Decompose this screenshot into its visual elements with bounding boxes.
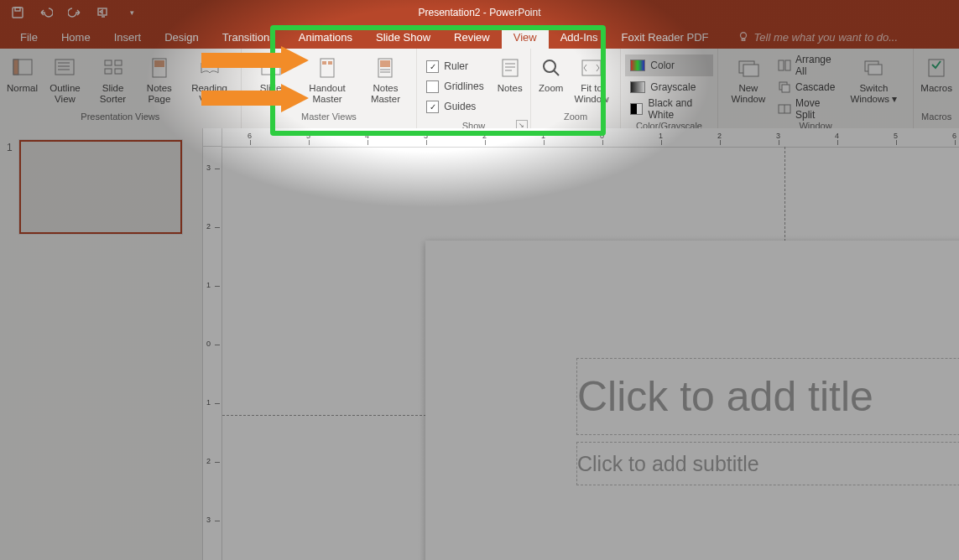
group-master-views: Slide Master Handout Master Notes Master… (242, 49, 418, 128)
group-color-grayscale: Color Grayscale Black and White Color/Gr… (621, 49, 717, 128)
group-label-presentation-views: Presentation Views (0, 111, 241, 128)
handout-master-icon (314, 54, 341, 81)
reading-view-icon (196, 54, 223, 81)
vertical-ruler[interactable]: 3210123 (203, 147, 222, 560)
grayscale-swatch-icon (630, 81, 645, 93)
notes-button[interactable]: Notes (494, 53, 526, 108)
new-window-icon (735, 54, 762, 81)
slide-master-icon (258, 54, 284, 81)
group-show: ✓ Ruler Gridlines ✓ Guides Notes Show ↘ (417, 49, 530, 128)
macros-button[interactable]: Macros (918, 53, 955, 108)
svg-rect-7 (105, 60, 112, 65)
tell-me-search[interactable]: Tell me what you want to do... (737, 25, 899, 49)
color-swatch-icon (630, 60, 645, 71)
svg-rect-28 (782, 85, 790, 92)
title-placeholder[interactable]: Click to add title (576, 358, 959, 435)
tab-view[interactable]: View (502, 25, 549, 49)
svg-rect-20 (503, 60, 518, 76)
tab-slideshow[interactable]: Slide Show (364, 25, 442, 49)
tab-animations[interactable]: Animations (287, 25, 364, 49)
undo-icon[interactable] (39, 5, 54, 20)
notes-page-button[interactable]: Notes Page (136, 53, 182, 108)
svg-rect-1 (15, 8, 20, 11)
notes-master-icon (372, 54, 399, 81)
outline-view-icon (51, 54, 78, 81)
slide: Click to add title Click to add subtitle (425, 241, 959, 560)
svg-rect-19 (380, 60, 390, 67)
svg-rect-9 (105, 69, 112, 74)
lightbulb-icon (737, 31, 749, 43)
handout-master-button[interactable]: Handout Master (296, 53, 359, 108)
slide-number: 1 (7, 140, 13, 234)
customize-qat-icon[interactable]: ▾ (124, 5, 139, 20)
guides-checkbox[interactable]: ✓ Guides (423, 96, 487, 117)
svg-rect-16 (322, 61, 326, 65)
slide-canvas[interactable]: Click to add title Click to add subtitle (222, 147, 959, 560)
fit-to-window-icon (578, 54, 605, 81)
slide-thumbnail-panel: 1 (0, 128, 203, 560)
black-and-white-button[interactable]: Black and White (625, 98, 712, 120)
switch-windows-button[interactable]: Switch Windows ▾ (838, 53, 909, 108)
move-split-button[interactable]: Move Split (774, 98, 838, 120)
grayscale-button[interactable]: Grayscale (625, 76, 712, 98)
cascade-button[interactable]: Cascade (774, 76, 838, 98)
ribbon-tabs: File Home Insert Design Transitions Anim… (0, 25, 959, 49)
slide-master-button[interactable]: Slide Master (246, 53, 296, 108)
switch-windows-icon (860, 54, 887, 81)
ribbon: Normal Outline View Slide Sorter Notes P… (0, 49, 959, 129)
svg-rect-0 (13, 8, 23, 18)
title-bar: ▾ Presentation2 - PowerPoint (0, 0, 959, 25)
reading-view-button[interactable]: Reading View (183, 53, 237, 108)
notes-master-button[interactable]: Notes Master (359, 53, 413, 108)
group-label-macros: Macros (914, 111, 959, 128)
arrange-all-button[interactable]: Arrange All (774, 54, 838, 76)
slide-thumbnail-1[interactable]: 1 (7, 140, 195, 234)
svg-rect-10 (115, 69, 122, 74)
normal-view-button[interactable]: Normal (4, 53, 40, 108)
start-from-beginning-icon[interactable] (96, 5, 111, 20)
svg-rect-8 (115, 60, 122, 65)
slide-sorter-button[interactable]: Slide Sorter (90, 53, 136, 108)
redo-icon[interactable] (67, 5, 82, 20)
svg-rect-31 (868, 65, 882, 75)
tab-transitions[interactable]: Transitions (211, 25, 287, 49)
normal-view-icon (9, 54, 36, 81)
svg-point-3 (740, 33, 746, 39)
subtitle-placeholder[interactable]: Click to add subtitle (576, 442, 959, 485)
cascade-icon (778, 80, 791, 94)
outline-view-button[interactable]: Outline View (40, 53, 90, 108)
tab-review[interactable]: Review (442, 25, 502, 49)
save-icon[interactable] (10, 5, 25, 20)
group-presentation-views: Normal Outline View Slide Sorter Notes P… (0, 49, 242, 128)
svg-rect-17 (328, 61, 332, 65)
svg-rect-14 (263, 63, 272, 65)
tab-foxit[interactable]: Foxit Reader PDF (609, 25, 720, 49)
tab-design[interactable]: Design (153, 25, 210, 49)
tab-addins[interactable]: Add-Ins (549, 25, 610, 49)
svg-point-21 (544, 60, 555, 72)
group-label-master-views: Master Views (242, 111, 417, 128)
workspace: 1 6543210123456 3210123 Click to add tit… (0, 128, 959, 560)
window-title: Presentation2 - PowerPoint (418, 7, 540, 18)
svg-rect-25 (779, 60, 784, 70)
arrange-all-icon (778, 59, 791, 72)
notes-icon (497, 54, 524, 81)
tab-insert[interactable]: Insert (102, 25, 154, 49)
zoom-icon (538, 54, 565, 81)
checkbox-icon (426, 80, 439, 93)
color-button[interactable]: Color (625, 54, 712, 76)
tab-file[interactable]: File (8, 25, 50, 49)
group-macros: Macros Macros (914, 49, 959, 128)
horizontal-ruler[interactable]: 6543210123456 (222, 128, 959, 148)
notes-page-icon (146, 54, 173, 81)
fit-to-window-button[interactable]: Fit to Window (567, 53, 617, 108)
slide-sorter-icon (100, 54, 127, 81)
ruler-checkbox[interactable]: ✓ Ruler (423, 56, 487, 76)
macros-icon (923, 54, 950, 81)
new-window-button[interactable]: New Window (722, 53, 774, 108)
group-label-zoom: Zoom (531, 111, 621, 128)
zoom-button[interactable]: Zoom (535, 53, 567, 108)
tab-home[interactable]: Home (50, 25, 102, 49)
group-window: New Window Arrange All Cascade Move Spli… (718, 49, 915, 128)
gridlines-checkbox[interactable]: Gridlines (423, 76, 487, 96)
